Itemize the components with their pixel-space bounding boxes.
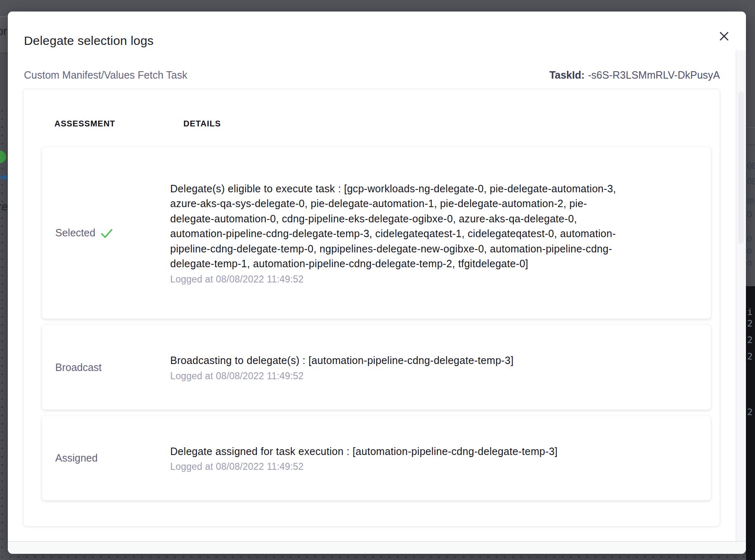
table-row-assigned: Assigned Delegate assigned for task exec…	[42, 416, 711, 500]
console-text-fragment: 2	[747, 335, 753, 345]
background-text-fragment: o	[747, 245, 752, 256]
background-text-fragment: o	[747, 233, 752, 244]
console-text-fragment: i	[747, 307, 753, 317]
console-text-fragment: 2	[747, 318, 753, 329]
close-icon	[718, 30, 730, 42]
check-icon	[100, 227, 113, 239]
details-text: Delegate assigned for task execution : […	[170, 444, 624, 459]
console-text-fragment: 2	[747, 407, 753, 417]
column-header-details: DETAILS	[183, 119, 221, 128]
assessment-cell: Broadcast	[42, 362, 170, 373]
assessment-cell: Selected	[42, 227, 170, 239]
task-id-value: -s6S-R3LSMmRLV-DkPusyA	[588, 69, 720, 81]
details-text: Delegate(s) eligible to execute task : […	[170, 181, 624, 271]
background-text-fragment: 08	[747, 176, 755, 187]
background-text-fragment: m	[747, 195, 754, 206]
logged-timestamp: Logged at 08/08/2022 11:49:52	[170, 371, 711, 382]
background-text-fragment: 08	[747, 161, 755, 171]
assessment-cell: Assigned	[42, 452, 170, 464]
assessment-label: Broadcast	[55, 362, 102, 373]
background-text-fragment: or	[0, 25, 7, 38]
modal-footer	[8, 541, 746, 554]
task-name: Custom Manifest/Values Fetch Task	[24, 69, 187, 81]
background-divider-line	[746, 145, 755, 145]
scrollbar-track[interactable]	[736, 50, 746, 541]
pipeline-connector-dot	[2, 175, 7, 180]
assessment-label: Selected	[55, 227, 95, 239]
details-text: Broadcasting to delegate(s) : [automatio…	[170, 353, 624, 368]
background-text-fragment: 0	[747, 209, 752, 220]
background-divider-line	[0, 53, 8, 54]
logged-timestamp: Logged at 08/08/2022 11:49:52	[170, 461, 711, 472]
column-header-assessment: ASSESSMENT	[54, 119, 115, 128]
page-title: Delegate selection logs	[24, 34, 154, 48]
scrollbar-thumb[interactable]	[738, 91, 744, 244]
details-cell: Broadcasting to delegate(s) : [automatio…	[170, 353, 711, 382]
background-text-fragment: re	[0, 201, 8, 213]
assessment-label: Assigned	[55, 452, 98, 464]
console-text-fragment: 2	[747, 351, 753, 362]
task-id: TaskId:-s6S-R3LSMmRLV-DkPusyA	[549, 69, 720, 81]
table-row-broadcast: Broadcast Broadcasting to delegate(s) : …	[42, 325, 711, 410]
table-row-selected: Selected Delegate(s) eligible to execute…	[42, 147, 711, 319]
background-text-fragment: o	[747, 258, 752, 268]
pipeline-canvas-dots	[0, 554, 755, 560]
background-right-strip: 08 08 m 0 o o o i 2 2 2 2	[746, 0, 755, 560]
close-button[interactable]	[715, 27, 733, 45]
background-divider-line	[746, 127, 755, 128]
delegate-selection-logs-modal: Delegate selection logs Custom Manifest/…	[8, 12, 746, 553]
background-header-strip: or	[0, 17, 8, 53]
logs-table-card: ASSESSMENT DETAILS Selected Delegate(s) …	[23, 89, 720, 527]
details-cell: Delegate assigned for task execution : […	[170, 444, 711, 473]
task-id-label: TaskId:	[549, 69, 585, 81]
details-cell: Delegate(s) eligible to execute task : […	[170, 181, 711, 285]
logged-timestamp: Logged at 08/08/2022 11:49:52	[170, 274, 711, 285]
